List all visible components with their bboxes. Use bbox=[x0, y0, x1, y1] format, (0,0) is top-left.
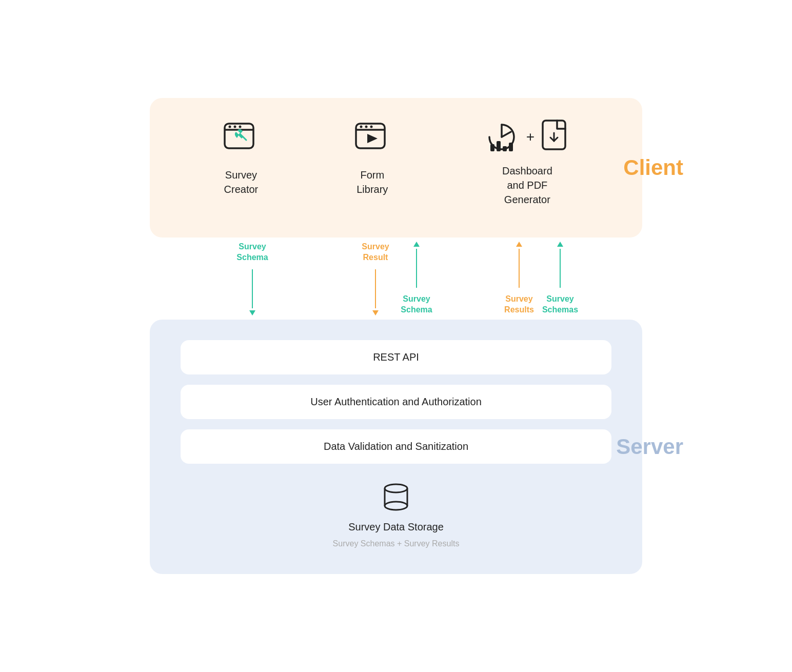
svg-marker-8 bbox=[367, 134, 378, 143]
survey-results-label: SurveyResults bbox=[504, 294, 534, 315]
diagram-container: Client SurveyCreator bbox=[150, 98, 642, 574]
dashboard-pdf-component: + Dashboardand PDF Generator bbox=[483, 118, 571, 207]
server-label: Server bbox=[616, 434, 683, 459]
storage-icon bbox=[378, 479, 414, 515]
svg-point-15 bbox=[385, 502, 407, 510]
client-components: SurveyCreator FormLibrary bbox=[181, 118, 611, 207]
dashboard-icon bbox=[483, 118, 520, 155]
form-library-label: FormLibrary bbox=[357, 168, 388, 196]
svg-point-3 bbox=[239, 126, 241, 128]
svg-rect-9 bbox=[490, 144, 494, 151]
server-section: Server REST API User Authentication and … bbox=[150, 320, 642, 574]
survey-schema-down-arrow: SurveySchema bbox=[237, 238, 268, 320]
survey-creator-label: SurveyCreator bbox=[224, 168, 259, 196]
client-label: Client bbox=[623, 155, 683, 180]
pdf-icon bbox=[541, 118, 571, 155]
survey-results-up-arrow: SurveyResults bbox=[504, 238, 534, 320]
storage-sublabel: Survey Schemas + Survey Results bbox=[333, 539, 460, 548]
storage-label: Survey Data Storage bbox=[348, 521, 444, 533]
survey-schema-label-1: SurveySchema bbox=[236, 242, 268, 263]
arrows-col1: SurveySchema bbox=[181, 238, 324, 320]
arrows-col2: SurveyResult SurveySchema bbox=[324, 238, 468, 320]
svg-point-2 bbox=[233, 126, 236, 128]
arrows-section: SurveySchema SurveyResult SurveySchema bbox=[150, 238, 642, 320]
arrows-col2-pair: SurveyResult SurveySchema bbox=[360, 238, 432, 320]
svg-rect-12 bbox=[509, 143, 513, 151]
survey-schemas-label: SurveySchemas bbox=[542, 294, 578, 315]
survey-result-label: SurveyResult bbox=[362, 242, 389, 263]
survey-result-down-arrow: SurveyResult bbox=[360, 238, 391, 320]
arrows-col3-pair: SurveyResults SurveySchemas bbox=[504, 238, 576, 320]
svg-rect-10 bbox=[497, 141, 501, 151]
validation-box: Data Validation and Sanitization bbox=[181, 429, 611, 464]
survey-creator-icon bbox=[221, 118, 262, 160]
survey-creator-component: SurveyCreator bbox=[221, 118, 262, 196]
svg-point-14 bbox=[385, 484, 407, 492]
svg-point-1 bbox=[228, 126, 231, 128]
survey-schemas-up-arrow: SurveySchemas bbox=[545, 238, 576, 320]
rest-api-box: REST API bbox=[181, 340, 611, 374]
svg-point-7 bbox=[370, 126, 372, 128]
dashboard-pdf-label: Dashboardand PDF Generator bbox=[486, 164, 568, 207]
svg-rect-11 bbox=[503, 146, 507, 151]
svg-point-6 bbox=[365, 126, 367, 128]
svg-point-5 bbox=[360, 126, 362, 128]
survey-schema-label-2: SurveySchema bbox=[401, 294, 432, 315]
arrows-col3: SurveyResults SurveySchemas bbox=[468, 238, 611, 320]
survey-schema-up-arrow: SurveySchema bbox=[401, 238, 432, 320]
auth-box: User Authentication and Authorization bbox=[181, 385, 611, 419]
server-boxes: REST API User Authentication and Authori… bbox=[181, 340, 611, 464]
storage-section: Survey Data Storage Survey Schemas + Sur… bbox=[181, 479, 611, 548]
client-section: Client SurveyCreator bbox=[150, 98, 642, 238]
form-library-icon bbox=[352, 118, 393, 160]
form-library-component: FormLibrary bbox=[352, 118, 393, 196]
